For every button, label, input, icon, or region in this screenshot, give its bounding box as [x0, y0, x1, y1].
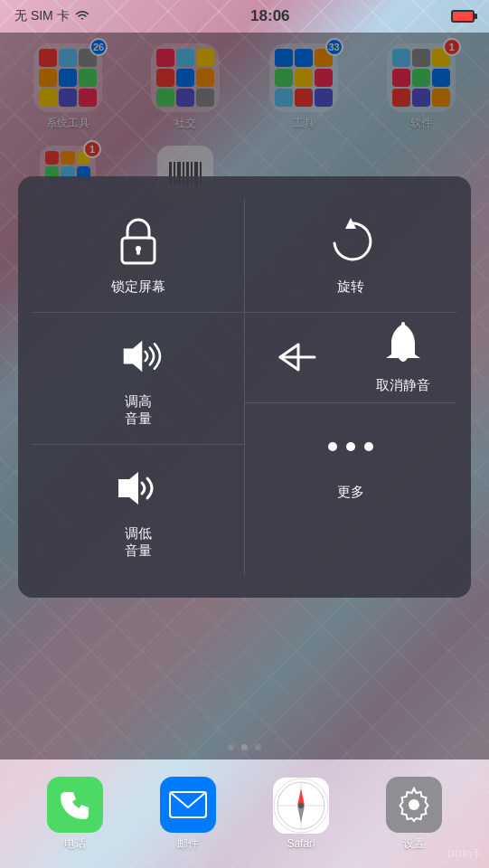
volume-up-icon-wrap [111, 329, 165, 383]
rotate-button[interactable]: 旋转 [245, 198, 457, 312]
volume-up-icon [111, 333, 165, 380]
back-arrow-button[interactable] [245, 313, 351, 403]
settings-label: 设置 [403, 836, 425, 852]
lock-screen-button[interactable]: 锁定屏幕 [33, 198, 245, 312]
volume-up-label: 调高音量 [125, 392, 152, 428]
volume-down-button[interactable]: 调低音量 [33, 445, 244, 576]
mail-svg [169, 791, 207, 818]
status-left: 无 SIM 卡 [14, 8, 89, 24]
phone-icon [47, 777, 103, 833]
safari-svg [273, 778, 329, 834]
svg-point-25 [409, 799, 419, 810]
bell-icon [382, 322, 424, 367]
settings-svg [396, 787, 432, 823]
battery-icon [451, 10, 475, 23]
volume-down-icon-wrap [111, 461, 165, 515]
status-right [451, 10, 475, 23]
control-popup: 锁定屏幕 旋转 [18, 176, 471, 598]
phone-svg [59, 788, 91, 821]
dock: 电话 邮件 Safari [0, 760, 489, 868]
settings-icon [386, 777, 442, 833]
phone-label: 电话 [64, 836, 86, 852]
mail-label: 邮件 [177, 836, 199, 852]
svg-point-24 [298, 803, 304, 808]
unmute-button[interactable]: 取消静音 [351, 313, 456, 403]
mail-icon [160, 777, 216, 833]
back-arrow-icon [278, 341, 316, 373]
more-button[interactable]: 更多 [245, 403, 457, 517]
dock-safari[interactable]: Safari [273, 778, 329, 850]
status-bar: 无 SIM 卡 18:06 [0, 0, 489, 33]
dock-settings[interactable]: 设置 [386, 777, 442, 852]
wifi-icon [75, 11, 89, 22]
lock-icon-wrap [111, 214, 165, 269]
lock-icon [115, 216, 162, 267]
time-display: 18:06 [250, 7, 289, 25]
svg-rect-10 [136, 249, 140, 255]
svg-rect-16 [401, 322, 405, 327]
more-label: 更多 [337, 483, 364, 501]
rotate-icon-wrap [324, 214, 378, 269]
dock-mail[interactable]: 邮件 [160, 777, 216, 852]
volume-up-button[interactable]: 调高音量 [33, 313, 244, 445]
watermark: DD助手 [447, 847, 482, 861]
rotate-icon [327, 218, 374, 265]
lock-screen-label: 锁定屏幕 [111, 278, 165, 296]
volume-down-icon [111, 467, 165, 510]
bell-icon-wrap [376, 322, 430, 367]
svg-marker-13 [118, 472, 138, 505]
carrier-label: 无 SIM 卡 [14, 8, 70, 24]
safari-icon [273, 778, 329, 834]
rotate-label: 旋转 [337, 278, 364, 296]
safari-label: Safari [287, 837, 315, 850]
unmute-label: 取消静音 [376, 376, 430, 394]
svg-marker-12 [123, 340, 142, 371]
volume-down-label: 调低音量 [125, 524, 152, 560]
more-icon-wrap [324, 420, 378, 474]
dock-phone[interactable]: 电话 [47, 777, 103, 852]
